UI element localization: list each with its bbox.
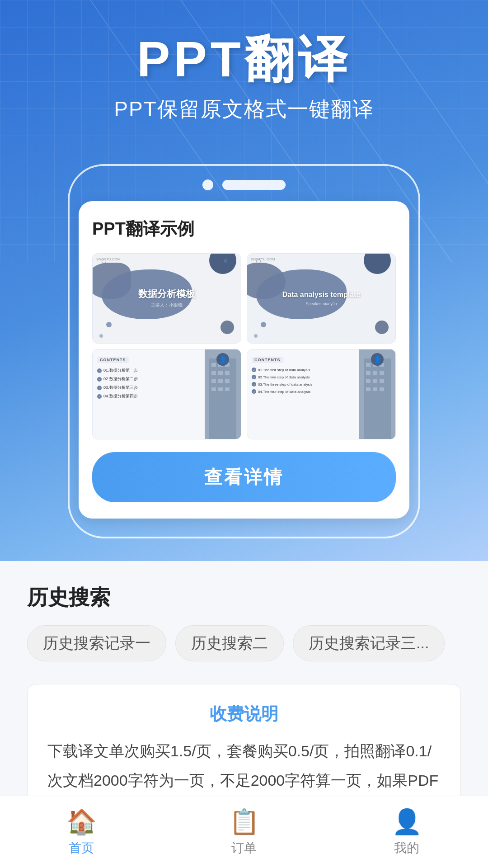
svg-rect-29	[380, 379, 384, 383]
header: PPT翻译 PPT保留原文格式一键翻译	[0, 0, 488, 123]
history-title: 历史搜索	[27, 584, 461, 612]
history-tag-1[interactable]: 历史搜索记录一	[27, 625, 166, 661]
slide1-title: 数据分析模板	[138, 288, 195, 300]
nav-item-orders[interactable]: 📋 订单	[229, 807, 259, 857]
main-title: PPT翻译	[137, 32, 351, 86]
slide2-small-text: SNOTTU.COM	[251, 257, 275, 261]
phone-speaker	[222, 180, 286, 190]
svg-rect-6	[209, 359, 236, 439]
nav-label-orders: 订单	[231, 840, 257, 857]
svg-rect-32	[380, 387, 384, 391]
svg-rect-15	[225, 379, 230, 383]
svg-rect-26	[380, 371, 384, 375]
slide4-item3: 03.The three step of data analysis	[252, 382, 353, 387]
slide4-tag: CONTENTS	[252, 357, 283, 363]
profile-icon: 👤	[392, 807, 422, 836]
history-section: 历史搜索 历史搜索记录一 历史搜索二 历史搜索记录三...	[27, 584, 461, 661]
svg-rect-30	[366, 387, 371, 391]
svg-rect-20	[364, 359, 391, 439]
history-tag-3[interactable]: 历史搜索记录三...	[293, 625, 445, 661]
svg-rect-31	[373, 387, 377, 391]
slide3-item4: 04.数据分析第四步	[97, 393, 198, 399]
slide4-item2: 02.The two step of data analysis	[252, 375, 353, 379]
slide1-small-text: SNOTTU.COM	[96, 257, 121, 261]
svg-rect-10	[211, 371, 216, 375]
svg-rect-16	[211, 387, 216, 391]
svg-rect-28	[373, 379, 377, 383]
svg-rect-17	[218, 387, 223, 391]
pricing-title: 收费说明	[47, 703, 441, 726]
slide1-sub: 主讲人：小眼镜	[138, 302, 195, 308]
slide-4: CONTENTS 01.The first step of data analy…	[247, 349, 396, 439]
slide3-tag: CONTENTS	[97, 357, 129, 363]
slide4-item4: 04.The four step of data analysis	[252, 389, 353, 394]
orders-icon: 📋	[229, 807, 259, 836]
svg-rect-7	[211, 363, 216, 367]
svg-rect-14	[218, 379, 223, 383]
phone-mockup: PPT翻译示例 SNOTTU.COM	[68, 164, 420, 538]
slide4-item1: 01.The first step of data analysis	[252, 368, 353, 372]
slide-1: SNOTTU.COM 数据分析模板 主讲人：小眼镜	[92, 253, 241, 344]
svg-rect-11	[218, 371, 223, 375]
svg-rect-24	[366, 371, 371, 375]
nav-item-profile[interactable]: 👤 我的	[392, 807, 422, 857]
slide3-item2: 02.数据分析第二步	[97, 376, 198, 382]
nav-item-home[interactable]: 🏠 首页	[66, 807, 97, 857]
svg-rect-13	[211, 379, 216, 383]
svg-rect-25	[373, 371, 377, 375]
slide-2: SNOTTU.COM Data analysis template Speake…	[247, 253, 396, 344]
page: PPT翻译 PPT保留原文格式一键翻译 PPT翻译示例 SNOTTU.COM	[0, 0, 488, 868]
svg-rect-27	[366, 379, 371, 383]
card-title: PPT翻译示例	[92, 217, 396, 241]
slide3-item1: 01.数据分析第一步	[97, 368, 198, 373]
svg-rect-12	[225, 371, 230, 375]
sub-title: PPT保留原文格式一键翻译	[114, 95, 374, 123]
history-tags: 历史搜索记录一 历史搜索二 历史搜索记录三...	[27, 625, 461, 661]
svg-rect-18	[225, 387, 230, 391]
nav-label-profile: 我的	[394, 840, 419, 857]
slide2-title: Data analysis template	[276, 290, 366, 300]
history-tag-2[interactable]: 历史搜索二	[175, 625, 284, 661]
view-details-button[interactable]: 查看详情	[92, 452, 396, 502]
bottom-nav: 🏠 首页 📋 订单 👤 我的	[0, 796, 488, 868]
slide2-sub: Speaker: xiaoyJo	[276, 302, 366, 306]
svg-rect-21	[366, 363, 371, 367]
nav-label-home: 首页	[69, 840, 94, 857]
slides-grid: SNOTTU.COM 数据分析模板 主讲人：小眼镜	[92, 253, 396, 439]
slide3-item3: 03.数据分析第三步	[97, 385, 198, 391]
phone-dot	[202, 179, 213, 190]
phone-top-bar	[79, 179, 409, 190]
home-icon: 🏠	[66, 807, 97, 836]
phone-card: PPT翻译示例 SNOTTU.COM	[79, 201, 409, 519]
slide-3: CONTENTS 01.数据分析第一步 02.数据分析第二步	[92, 349, 241, 439]
